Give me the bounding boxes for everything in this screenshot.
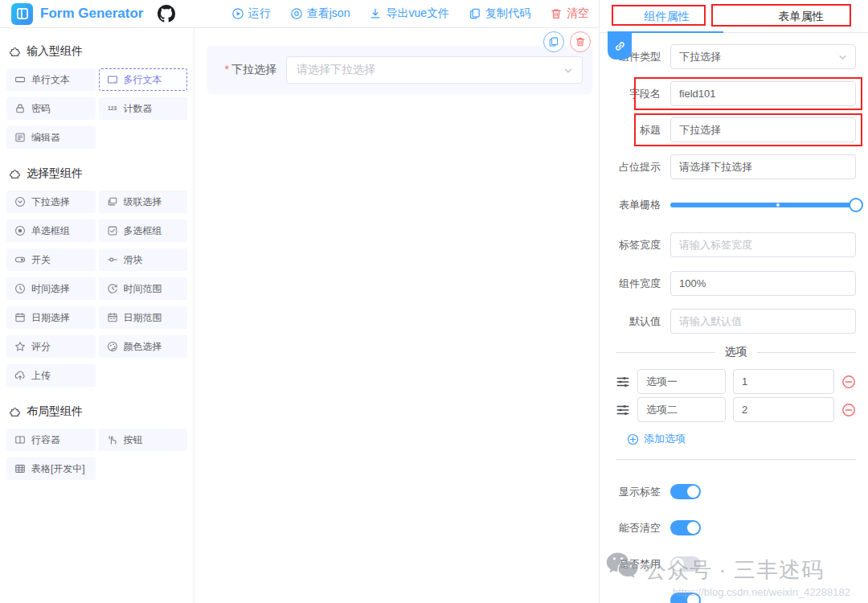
clearable-toggle[interactable] [670,520,701,535]
slider-handle[interactable] [849,198,863,212]
partially-visible-toggle[interactable] [670,593,701,603]
slider-track[interactable] [670,203,856,207]
prop-row-component-type: 组件类型 下拉选择 [616,44,856,69]
play-circle-icon [231,7,244,20]
label-width-input[interactable] [670,232,856,257]
prop-row-component-width: 组件宽度 [616,271,856,296]
sidebar-item-checkbox-group[interactable]: 多选框组 [99,219,188,242]
option-value-input[interactable] [733,369,834,394]
component-width-input[interactable] [670,271,856,296]
option-row [616,397,856,422]
export-vue-button[interactable]: 导出vue文件 [369,6,449,21]
remove-option-button[interactable] [841,403,856,417]
prop-row-partial [616,593,856,603]
row-icon [14,434,26,445]
prop-row-label-width: 标签宽度 [616,232,856,257]
title-input[interactable] [670,117,856,142]
form-item-label: *下拉选择 [207,63,286,77]
sidebar-item-time-range[interactable]: 时间范围 [99,277,188,300]
prop-row-title: 标题 [616,117,856,142]
table-icon [14,463,26,474]
date-icon [14,312,26,323]
toolbar: 运行 查看json 导出vue文件 复制代码 清空 [231,6,589,21]
app-title: Form Generator [40,6,143,22]
disabled-toggle[interactable] [670,556,701,572]
layout-components-grid: 行容器 按钮 表格[开发中] [6,429,187,480]
sidebar-item-button[interactable]: 按钮 [99,429,188,451]
copy-code-button[interactable]: 复制代码 [469,6,530,21]
right-panel: 组件属性 表单属性 组件类型 下拉选择 字段名 标题 [599,0,868,603]
field-name-input[interactable] [670,81,856,106]
delete-component-button[interactable] [570,31,591,52]
select-field[interactable]: 请选择下拉选择 [286,56,583,84]
placeholder-input[interactable] [670,154,856,179]
switch-icon [14,254,26,265]
section-divider [616,459,856,460]
sidebar-item-password[interactable]: 密码 [6,97,96,120]
option-name-input[interactable] [637,369,726,394]
tab-form-props[interactable]: 表单属性 [734,0,868,32]
default-value-input[interactable] [670,309,856,334]
view-json-button[interactable]: 查看json [290,6,350,21]
minus-circle-icon [841,403,856,417]
selected-form-item[interactable]: *下拉选择 请选择下拉选择 [207,46,592,94]
show-label-toggle[interactable] [670,484,701,499]
download-icon [369,7,382,20]
prop-label: 能否清空 [616,521,670,535]
sidebar-item-upload[interactable]: 上传 [6,364,96,387]
link-icon[interactable] [608,33,632,59]
prop-label: 表单栅格 [616,198,670,212]
radio-icon [14,225,26,236]
sidebar-item-multi-line-text[interactable]: 多行文本 [99,68,188,91]
run-button[interactable]: 运行 [231,6,271,21]
required-mark: * [225,63,229,76]
sidebar-item-counter[interactable]: 计数器 [99,97,188,120]
drawing-board: *下拉选择 请选择下拉选择 [194,28,600,603]
eye-icon [290,7,303,20]
panel-tabs: 组件属性 表单属性 [600,0,868,33]
sidebar-item-switch[interactable]: 开关 [6,248,96,271]
drag-handle-icon[interactable] [616,375,630,389]
select-components-grid: 下拉选择 级联选择 单选框组 多选框组 开关 滑块 时间选择 时间范围 日期选择… [6,191,187,387]
sidebar-item-slider[interactable]: 滑块 [99,248,188,271]
form-grid-slider[interactable] [670,192,856,217]
rate-icon [14,341,26,352]
number-icon [107,103,118,114]
section-title-select-components: 选择型组件 [8,166,187,181]
sidebar-item-cascader[interactable]: 级联选择 [99,191,188,213]
tab-component-props[interactable]: 组件属性 [600,0,734,32]
github-icon[interactable] [158,5,175,23]
sidebar-item-table[interactable]: 表格[开发中] [6,457,96,480]
sidebar-item-single-line-text[interactable]: 单行文本 [6,68,96,91]
prop-row-placeholder: 占位提示 [616,154,856,179]
duplicate-component-button[interactable] [543,31,564,52]
puzzle-icon [8,405,21,418]
option-row [616,369,856,394]
component-type-select[interactable]: 下拉选择 [670,44,856,69]
top-header: Form Generator 运行 查看json 导出vue文件 复制代码 [0,0,599,28]
sidebar-item-date-range[interactable]: 日期范围 [99,306,188,329]
sidebar-item-select[interactable]: 下拉选择 [6,191,96,213]
date-range-icon [107,312,118,323]
left-column: Form Generator 运行 查看json 导出vue文件 复制代码 [0,0,599,603]
input-components-grid: 单行文本 多行文本 密码 计数器 编辑器 [6,68,187,149]
section-title-input-components: 输入型组件 [8,44,187,59]
sidebar-item-radio-group[interactable]: 单选框组 [6,219,96,242]
prop-label: 标题 [616,123,670,137]
sidebar-item-rate[interactable]: 评分 [6,335,96,358]
sidebar-item-date-picker[interactable]: 日期选择 [6,306,96,329]
drag-handle-icon[interactable] [616,403,630,417]
sidebar-item-editor[interactable]: 编辑器 [6,126,96,149]
prop-label: 标签宽度 [616,238,670,252]
sidebar-item-time-picker[interactable]: 时间选择 [6,277,96,300]
time-range-icon [107,283,118,294]
remove-option-button[interactable] [841,375,856,389]
add-option-button[interactable]: 添加选项 [627,432,856,446]
sidebar-item-color-picker[interactable]: 颜色选择 [99,335,188,358]
textarea-icon [107,74,118,85]
option-name-input[interactable] [637,397,726,422]
slider-icon [107,254,118,265]
option-value-input[interactable] [733,397,834,422]
sidebar-item-row-container[interactable]: 行容器 [6,429,96,451]
clear-button[interactable]: 清空 [550,6,589,21]
